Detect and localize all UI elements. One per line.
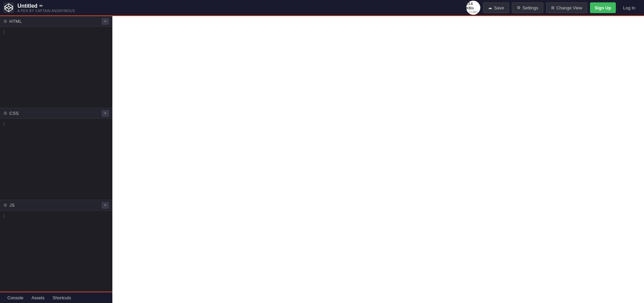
js-chevron-icon: ▾ [104, 203, 106, 207]
network-delta-value: +0.0B/s [469, 10, 478, 14]
css-header-left: ⚙ CSS [3, 111, 19, 116]
css-editor-body[interactable]: 1 [0, 119, 112, 200]
bottom-bar: Console Assets Shortcuts [0, 292, 112, 303]
pen-title-row: Untitled ✏ [17, 3, 75, 9]
js-line-number: 1 [3, 214, 5, 218]
shortcuts-tab[interactable]: Shortcuts [49, 294, 74, 302]
edit-title-icon[interactable]: ✏ [39, 3, 43, 8]
css-editor-header: ⚙ CSS ▾ [0, 108, 112, 119]
html-dropdown-button[interactable]: ▾ [102, 18, 109, 25]
editors-and-bottom-panel: ⚙ HTML ▾ 1 ⚙ CSS [0, 16, 112, 303]
settings-label: Settings [523, 5, 538, 10]
network-speed-badge: 23.6 KB/s +0.0B/s [466, 1, 480, 15]
css-gear-icon[interactable]: ⚙ [3, 111, 7, 116]
save-cloud-icon: ☁ [488, 5, 492, 10]
js-editor-body[interactable]: 1 [0, 211, 112, 292]
assets-tab[interactable]: Assets [28, 294, 48, 302]
html-chevron-icon: ▾ [104, 19, 106, 23]
signup-label: Sign Up [595, 5, 611, 10]
codepen-logo-icon [3, 2, 14, 13]
save-button[interactable]: ☁ Save [483, 2, 509, 13]
login-button[interactable]: Log In [619, 2, 640, 13]
pen-info: Untitled ✏ A PEN BY CAPTAIN ANONYMOUS [17, 3, 75, 13]
change-view-icon: ⊞ [551, 5, 554, 10]
css-editor-section: ⚙ CSS ▾ 1 [0, 108, 112, 200]
change-view-button[interactable]: ⊞ Change View [546, 2, 587, 13]
js-editor-label: JS [9, 203, 15, 208]
change-view-label: Change View [556, 5, 582, 10]
preview-panel [112, 16, 644, 303]
css-line-number: 1 [3, 122, 5, 127]
html-editor-header: ⚙ HTML ▾ [0, 16, 112, 27]
js-dropdown-button[interactable]: ▾ [102, 202, 109, 209]
html-gear-icon[interactable]: ⚙ [3, 19, 7, 24]
signup-button[interactable]: Sign Up [590, 2, 616, 13]
css-chevron-icon: ▾ [104, 111, 106, 115]
header: Untitled ✏ A PEN BY CAPTAIN ANONYMOUS 23… [0, 0, 644, 16]
js-editor-section: ⚙ JS ▾ 1 [0, 200, 112, 292]
save-label: Save [494, 5, 504, 10]
network-speed-value: 23.6 KB/s [466, 2, 480, 10]
js-header-left: ⚙ JS [3, 203, 15, 208]
html-editor-label: HTML [9, 19, 22, 24]
header-right: 23.6 KB/s +0.0B/s ☁ Save ⚙ Settings ⊞ Ch… [466, 1, 640, 15]
css-dropdown-button[interactable]: ▾ [102, 110, 109, 117]
editors-panel: ⚙ HTML ▾ 1 ⚙ CSS [0, 16, 112, 292]
js-gear-icon[interactable]: ⚙ [3, 203, 7, 208]
js-editor-header: ⚙ JS ▾ [0, 200, 112, 211]
settings-button[interactable]: ⚙ Settings [512, 2, 543, 13]
login-label: Log In [623, 5, 635, 10]
header-left: Untitled ✏ A PEN BY CAPTAIN ANONYMOUS [3, 2, 75, 13]
html-header-left: ⚙ HTML [3, 19, 22, 24]
css-editor-label: CSS [9, 111, 19, 116]
pen-title-text: Untitled [17, 3, 38, 9]
html-editor-section: ⚙ HTML ▾ 1 [0, 16, 112, 108]
main-content: ⚙ HTML ▾ 1 ⚙ CSS [0, 16, 644, 303]
settings-gear-icon: ⚙ [517, 5, 521, 10]
console-tab[interactable]: Console [4, 294, 27, 302]
html-editor-body[interactable]: 1 [0, 27, 112, 108]
pen-author: A PEN BY CAPTAIN ANONYMOUS [17, 9, 75, 13]
html-line-number: 1 [3, 30, 5, 35]
